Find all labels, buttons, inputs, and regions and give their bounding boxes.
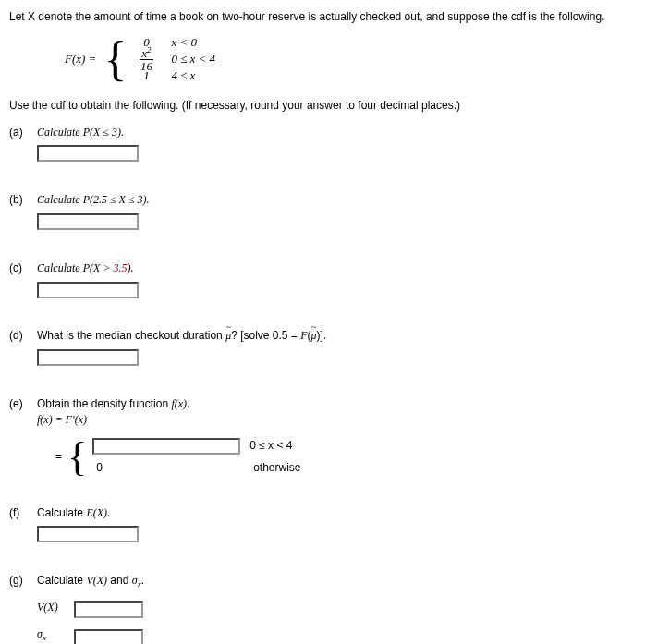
- answer-input-f[interactable]: [37, 526, 139, 542]
- answer-input-b[interactable]: [37, 213, 139, 230]
- sigma-label: σx: [37, 626, 74, 644]
- question-g: (g) Calculate V(X) and σx. V(X) σx: [9, 573, 636, 644]
- q-text-e: Obtain the density function f(x).: [37, 397, 189, 410]
- q-text-c: Calculate P(X > 3.5).: [37, 261, 133, 274]
- q-text-d: What is the median checkout duration μ? …: [37, 329, 326, 342]
- e-cond-1: 0 ≤ x < 4: [249, 438, 292, 454]
- question-e: (e) Obtain the density function f(x). f(…: [9, 396, 636, 480]
- cdf-definition: F(x) = { 0 x < 0 x2 16 0 ≤ x < 4 1 4 ≤ x: [65, 34, 636, 84]
- q-text-b: Calculate P(2.5 ≤ X ≤ 3).: [37, 193, 150, 206]
- vx-label: V(X): [37, 600, 74, 615]
- brace-icon-e: {: [67, 437, 87, 478]
- intro-text: Let X denote the amount of time a book o…: [9, 9, 636, 25]
- instruction-text: Use the cdf to obtain the following. (If…: [9, 98, 636, 114]
- equals-sign: =: [55, 449, 62, 465]
- answer-input-d[interactable]: [37, 349, 139, 366]
- answer-input-e-fx[interactable]: [92, 438, 240, 455]
- answer-input-c[interactable]: [37, 282, 139, 298]
- q-label-g: (g): [9, 573, 37, 644]
- cdf-cond-0: x < 0: [171, 34, 197, 51]
- brace-icon: {: [103, 35, 127, 83]
- q-label-f: (f): [9, 505, 37, 548]
- question-a: (a) Calculate P(X ≤ 3).: [9, 125, 636, 167]
- q-sub-e: f(x) = F'(x): [37, 413, 87, 426]
- q-label-e: (e): [9, 396, 37, 480]
- cdf-val-2: 1: [132, 67, 160, 84]
- q-label-b: (b): [9, 192, 37, 235]
- q-label-d: (d): [9, 328, 37, 371]
- cdf-label: F(x) =: [65, 51, 96, 67]
- e-cond-2: otherwise: [253, 460, 300, 476]
- cdf-cond-1: 0 ≤ x < 4: [171, 51, 215, 67]
- answer-input-g-vx[interactable]: [74, 601, 143, 618]
- answer-input-a[interactable]: [37, 145, 139, 162]
- question-f: (f) Calculate E(X).: [9, 505, 636, 548]
- q-label-a: (a): [9, 125, 37, 167]
- q-text-g: Calculate V(X) and σx.: [37, 574, 144, 587]
- q-text-a: Calculate P(X ≤ 3).: [37, 126, 124, 139]
- q-text-f: Calculate E(X).: [37, 506, 110, 519]
- e-zero: 0: [92, 460, 253, 476]
- answer-input-g-sigma[interactable]: [74, 629, 143, 644]
- q-label-c: (c): [9, 261, 37, 303]
- question-d: (d) What is the median checkout duration…: [9, 328, 636, 371]
- question-c: (c) Calculate P(X > 3.5).: [9, 261, 636, 303]
- question-b: (b) Calculate P(2.5 ≤ X ≤ 3).: [9, 192, 636, 235]
- cdf-cond-2: 4 ≤ x: [171, 67, 195, 84]
